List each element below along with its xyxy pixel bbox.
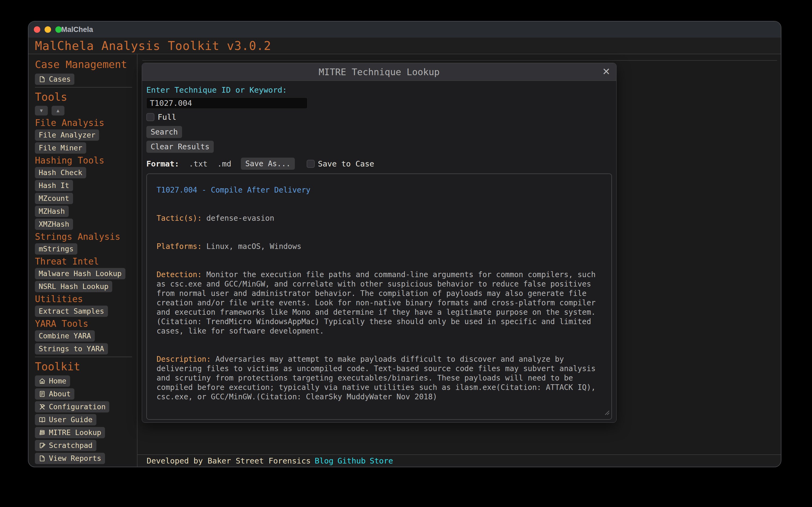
minimize-window-button[interactable]: [45, 26, 51, 33]
close-icon[interactable]: ✕: [602, 67, 611, 76]
tool-button-mzcount[interactable]: MZcount: [35, 193, 73, 204]
format-option-md[interactable]: .md: [217, 159, 231, 168]
app-header: MalChela Analysis Toolkit v3.0.2: [28, 38, 781, 54]
query-label: Enter Technique ID or Keyword:: [147, 85, 612, 95]
tool-button-hash-it[interactable]: Hash It: [35, 180, 73, 191]
category-file-analysis: File Analysis: [35, 118, 133, 128]
full-checkbox[interactable]: [147, 113, 155, 121]
books-icon: [39, 429, 46, 436]
open-book-icon: [39, 416, 46, 423]
close-window-button[interactable]: [34, 26, 40, 33]
detection-block: Detection: Monitor the execution file pa…: [157, 270, 602, 336]
footer-link-github[interactable]: Github: [338, 456, 366, 465]
folder-icon: [39, 455, 46, 462]
toolkit-heading: Toolkit: [35, 360, 133, 373]
window-title: MalChela: [61, 25, 93, 34]
tool-button-file-analyzer[interactable]: File Analyzer: [35, 129, 99, 141]
app-window: MalChela MalChela Analysis Toolkit v3.0.…: [28, 21, 781, 467]
main-area: MITRE Technique Lookup ✕ Enter Technique…: [137, 54, 781, 467]
tool-button-combine-yara[interactable]: Combine YARA: [35, 330, 95, 342]
save-as-button[interactable]: Save As...: [241, 158, 295, 170]
triangle-down-icon: ▼: [39, 108, 44, 113]
tool-button-strings-to-yara[interactable]: Strings to YARA: [35, 343, 108, 354]
technique-title: T1027.004 - Compile After Delivery: [157, 185, 602, 195]
category-yara-tools: YARA Tools: [35, 319, 133, 329]
detection-label: Detection:: [157, 270, 202, 279]
tool-button-mzhash[interactable]: MZHash: [35, 206, 69, 217]
zoom-window-button[interactable]: [55, 26, 62, 33]
app-title: MalChela Analysis Toolkit v3.0.2: [35, 39, 271, 53]
folder-icon: [39, 76, 46, 83]
sidebar-divider: [35, 87, 132, 88]
technique-id-input[interactable]: [147, 98, 307, 109]
tools-heading: Tools: [35, 91, 133, 103]
save-to-case-label: Save to Case: [318, 159, 374, 168]
sidebar-item-scratchpad[interactable]: Scratchpad: [35, 440, 97, 451]
sidebar-item-configuration[interactable]: Configuration: [35, 401, 109, 412]
hammer-wrench-icon: [39, 403, 46, 410]
tool-button-xmzhash[interactable]: XMZHash: [35, 219, 73, 230]
platforms-block: Platforms: Linux, macOS, Windows: [157, 242, 602, 251]
sidebar-item-about[interactable]: About: [35, 388, 74, 400]
tool-button-hash-check[interactable]: Hash Check: [35, 167, 86, 178]
triangle-up-icon: ▲: [56, 108, 60, 113]
tool-button-mstrings[interactable]: mStrings: [35, 243, 77, 255]
cases-button[interactable]: Cases: [35, 73, 74, 85]
home-icon: [39, 378, 46, 385]
tool-button-malware-hash-lookup[interactable]: Malware Hash Lookup: [35, 268, 125, 279]
category-threat-intel: Threat Intel: [35, 256, 133, 267]
platforms-label: Platforms:: [157, 242, 202, 251]
category-hashing-tools: Hashing Tools: [35, 155, 133, 166]
footer-credit: Developed by Baker Street Forensics: [147, 456, 311, 465]
clear-results-button[interactable]: Clear Results: [147, 141, 214, 153]
memo-pencil-icon: [39, 442, 46, 449]
description-block: Description: Adversaries may attempt to …: [157, 354, 602, 401]
case-management-heading: Case Management: [35, 59, 133, 70]
save-to-case-checkbox[interactable]: [307, 160, 315, 168]
sort-ascending-button[interactable]: ▲: [52, 106, 64, 115]
tool-button-extract-samples[interactable]: Extract Samples: [35, 305, 108, 317]
tool-button-file-miner[interactable]: File Miner: [35, 142, 86, 154]
tool-button-nsrl-hash-lookup[interactable]: NSRL Hash Lookup: [35, 281, 112, 292]
footer-link-store[interactable]: Store: [370, 456, 393, 465]
category-utilities: Utilities: [35, 294, 133, 304]
dialog-title: MITRE Technique Lookup: [319, 67, 440, 77]
sidebar-item-user-guide[interactable]: User Guide: [35, 414, 97, 426]
format-label: Format:: [147, 159, 179, 168]
dialog-titlebar[interactable]: MITRE Technique Lookup ✕: [142, 63, 616, 81]
tactics-label: Tactic(s):: [157, 214, 202, 223]
description-label: Description:: [157, 355, 211, 363]
sidebar-item-mitre-lookup[interactable]: MITRE Lookup: [35, 427, 105, 438]
tactics-block: Tactic(s): defense-evasion: [157, 214, 602, 223]
sidebar-item-home[interactable]: Home: [35, 376, 70, 387]
sidebar: Case Management Cases Tools ▼ ▲ File Ana…: [28, 54, 137, 467]
category-strings-analysis: Strings Analysis: [35, 231, 133, 242]
macos-titlebar: MalChela: [28, 21, 781, 38]
resize-handle-icon[interactable]: [603, 408, 610, 417]
footer-link-blog[interactable]: Blog: [315, 456, 334, 465]
search-button[interactable]: Search: [147, 126, 182, 138]
results-area[interactable]: T1027.004 - Compile After Delivery Tacti…: [147, 173, 612, 420]
footer: Developed by Baker Street Forensics Blog…: [137, 454, 781, 467]
sidebar-item-view-reports[interactable]: View Reports: [35, 453, 105, 464]
mitre-lookup-dialog: MITRE Technique Lookup ✕ Enter Technique…: [142, 63, 617, 423]
sort-descending-button[interactable]: ▼: [35, 106, 48, 115]
document-icon: [39, 390, 46, 397]
sidebar-divider: [35, 357, 132, 357]
format-option-txt[interactable]: .txt: [189, 159, 208, 168]
full-checkbox-label: Full: [158, 113, 176, 122]
